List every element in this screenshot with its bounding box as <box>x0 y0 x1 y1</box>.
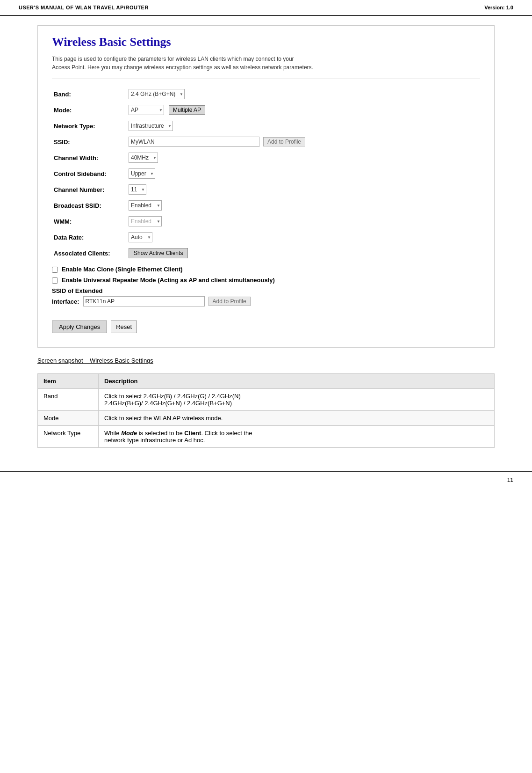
interface-add-to-profile-button[interactable]: Add to Profile <box>208 297 251 306</box>
table-cell-item: Band <box>38 389 99 411</box>
control-sideband-select[interactable]: Upper Lower <box>129 168 155 179</box>
page-number: 11 <box>507 477 513 483</box>
data-rate-label: Data Rate: <box>52 229 127 245</box>
mode-inner: AP Client WDS AP+WDS Multiple AP <box>129 105 471 115</box>
wmm-value-cell: Enabled Disabled <box>127 213 473 229</box>
channel-number-label: Channel Number: <box>52 182 127 197</box>
show-active-clients-button[interactable]: Show Active Clients <box>129 248 188 258</box>
wmm-select-wrapper[interactable]: Enabled Disabled <box>129 216 162 226</box>
universal-repeater-label: Enable Universal Repeater Mode (Acting a… <box>62 277 275 284</box>
mac-clone-checkbox[interactable] <box>52 267 58 273</box>
broadcast-ssid-label: Broadcast SSID: <box>52 197 127 213</box>
ssid-label: SSID: <box>52 134 127 150</box>
extended-row: Interface: Add to Profile <box>52 296 480 306</box>
table-cell-item: Mode <box>38 411 99 426</box>
checkbox1-row: Enable Mac Clone (Single Ethernet Client… <box>52 266 480 273</box>
table-row: BandClick to select 2.4GHz(B) / 2.4GHz(G… <box>38 389 495 411</box>
reset-button[interactable]: Reset <box>111 321 137 333</box>
table-row: ModeClick to select the WLAN AP wireless… <box>38 411 495 426</box>
mode-select[interactable]: AP Client WDS AP+WDS <box>129 105 164 115</box>
universal-repeater-checkbox[interactable] <box>52 277 58 284</box>
channel-number-select[interactable]: 11 1234 5678 9101213 <box>129 184 146 195</box>
data-rate-select-wrapper[interactable]: Auto 1M2M5.5M 11M6M9M 12M18M24M 36M48M54… <box>129 232 152 242</box>
table-cell-description: While Mode is selected to be Client. Cli… <box>99 426 495 448</box>
control-sideband-select-wrapper[interactable]: Upper Lower <box>129 168 155 179</box>
ssid-value-cell: Add to Profile <box>127 134 473 150</box>
table-cell-item: Network Type <box>38 426 99 448</box>
broadcast-ssid-select-wrapper[interactable]: Enabled Disabled <box>129 200 162 211</box>
form-table: Band: 2.4 GHz (B+G+N) 2.4 GHz (B) 2.4 GH… <box>52 86 480 261</box>
ssid-row-inner: Add to Profile <box>129 137 471 147</box>
content-wrapper: Wireless Basic Settings This page is use… <box>0 16 532 457</box>
channel-number-value-cell: 11 1234 5678 9101213 <box>127 182 473 197</box>
table-row: Network TypeWhile Mode is selected to be… <box>38 426 495 448</box>
settings-title: Wireless Basic Settings <box>52 35 480 49</box>
ssid-extended-label: SSID of Extended <box>52 287 480 294</box>
multiple-ap-button[interactable]: Multiple AP <box>169 105 205 115</box>
channel-width-label: Channel Width: <box>52 150 127 166</box>
network-type-select[interactable]: Infrastructure Ad hoc <box>129 121 173 131</box>
data-rate-row: Data Rate: Auto 1M2M5.5M 11M6M9M 12M18M2… <box>52 229 480 245</box>
control-sideband-row: Control Sideband: Upper Lower <box>52 166 480 182</box>
caption: Screen snapshot – Wireless Basic Setting… <box>37 357 495 364</box>
network-type-row: Network Type: Infrastructure Ad hoc <box>52 118 480 134</box>
channel-width-value-cell: 40MHz 20MHz <box>127 150 473 166</box>
network-type-select-wrapper[interactable]: Infrastructure Ad hoc <box>129 121 173 131</box>
associated-clients-row: Associated Clients: Show Active Clients <box>52 245 480 261</box>
band-select-wrapper[interactable]: 2.4 GHz (B+G+N) 2.4 GHz (B) 2.4 GHz (G) … <box>129 89 185 99</box>
page-header: USER'S MANUAL OF WLAN TRAVEL AP/ROUTER V… <box>0 0 532 16</box>
settings-description: This page is used to configure the param… <box>52 55 480 79</box>
action-row: Apply Changes Reset <box>52 316 480 333</box>
band-row: Band: 2.4 GHz (B+G+N) 2.4 GHz (B) 2.4 GH… <box>52 86 480 102</box>
wmm-select[interactable]: Enabled Disabled <box>129 216 162 226</box>
apply-changes-button[interactable]: Apply Changes <box>52 321 107 333</box>
ssid-input[interactable] <box>129 137 259 147</box>
channel-width-select[interactable]: 40MHz 20MHz <box>129 153 158 163</box>
description-table: Item Description BandClick to select 2.4… <box>37 373 495 448</box>
settings-box: Wireless Basic Settings This page is use… <box>37 25 495 348</box>
network-type-value-cell: Infrastructure Ad hoc <box>127 118 473 134</box>
interface-label: Interface: <box>52 298 79 305</box>
table-header-row: Item Description <box>38 374 495 389</box>
page-footer: 11 <box>0 471 532 488</box>
data-rate-value-cell: Auto 1M2M5.5M 11M6M9M 12M18M24M 36M48M54… <box>127 229 473 245</box>
manual-title: USER'S MANUAL OF WLAN TRAVEL AP/ROUTER <box>19 5 149 10</box>
associated-clients-label: Associated Clients: <box>52 245 127 261</box>
mode-select-wrapper[interactable]: AP Client WDS AP+WDS <box>129 105 164 115</box>
mode-value-cell: AP Client WDS AP+WDS Multiple AP <box>127 102 473 118</box>
extended-section: SSID of Extended Interface: Add to Profi… <box>52 287 480 306</box>
data-rate-select[interactable]: Auto 1M2M5.5M 11M6M9M 12M18M24M 36M48M54… <box>129 232 152 242</box>
broadcast-ssid-value-cell: Enabled Disabled <box>127 197 473 213</box>
network-type-label: Network Type: <box>52 118 127 134</box>
checkboxes-section: Enable Mac Clone (Single Ethernet Client… <box>52 266 480 284</box>
table-cell-description: Click to select the WLAN AP wireless mod… <box>99 411 495 426</box>
checkbox2-row: Enable Universal Repeater Mode (Acting a… <box>52 277 480 284</box>
broadcast-ssid-row: Broadcast SSID: Enabled Disabled <box>52 197 480 213</box>
control-sideband-label: Control Sideband: <box>52 166 127 182</box>
associated-clients-value-cell: Show Active Clients <box>127 245 473 261</box>
ssid-row: SSID: Add to Profile <box>52 134 480 150</box>
channel-width-select-wrapper[interactable]: 40MHz 20MHz <box>129 153 158 163</box>
desc-line2: Access Point. Here you may change wirele… <box>52 64 313 71</box>
channel-number-row: Channel Number: 11 1234 5678 9101213 <box>52 182 480 197</box>
channel-width-row: Channel Width: 40MHz 20MHz <box>52 150 480 166</box>
band-label: Band: <box>52 86 127 102</box>
broadcast-ssid-select[interactable]: Enabled Disabled <box>129 200 162 211</box>
desc-line1: This page is used to configure the param… <box>52 56 294 62</box>
band-select[interactable]: 2.4 GHz (B+G+N) 2.4 GHz (B) 2.4 GHz (G) … <box>129 89 185 99</box>
mode-row: Mode: AP Client WDS AP+WDS <box>52 102 480 118</box>
ssid-add-to-profile-button[interactable]: Add to Profile <box>263 137 305 146</box>
wmm-label: WMM: <box>52 213 127 229</box>
wmm-row: WMM: Enabled Disabled <box>52 213 480 229</box>
col-description: Description <box>99 374 495 389</box>
version-label: Version: 1.0 <box>484 5 513 10</box>
mode-label: Mode: <box>52 102 127 118</box>
mac-clone-label: Enable Mac Clone (Single Ethernet Client… <box>62 266 183 273</box>
interface-input[interactable] <box>83 296 205 306</box>
channel-number-select-wrapper[interactable]: 11 1234 5678 9101213 <box>129 184 146 195</box>
control-sideband-value-cell: Upper Lower <box>127 166 473 182</box>
col-item: Item <box>38 374 99 389</box>
band-value-cell: 2.4 GHz (B+G+N) 2.4 GHz (B) 2.4 GHz (G) … <box>127 86 473 102</box>
table-cell-description: Click to select 2.4GHz(B) / 2.4GHz(G) / … <box>99 389 495 411</box>
